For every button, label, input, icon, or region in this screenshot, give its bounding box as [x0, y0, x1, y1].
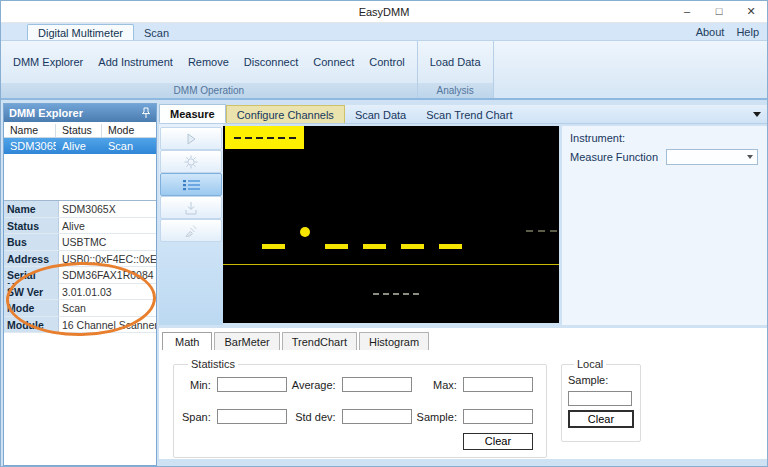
- display-divider: [223, 264, 559, 265]
- local-title: Local: [574, 358, 606, 370]
- channel-list-button[interactable]: [160, 173, 222, 196]
- span-input[interactable]: [217, 409, 287, 424]
- minimize-button[interactable]: –: [671, 1, 703, 22]
- local-sample-label: Sample:: [568, 374, 634, 386]
- local-inner: Sample: Clear: [568, 372, 634, 428]
- sample-input[interactable]: [463, 409, 533, 424]
- property-value: 3.01.01.03: [59, 284, 156, 300]
- property-row-bus: Bus USBTMC: [4, 234, 156, 251]
- span-field-row: Span:: [182, 409, 292, 424]
- tab-histogram[interactable]: Histogram: [359, 332, 429, 350]
- std-dev-input[interactable]: [342, 409, 412, 424]
- run-button[interactable]: [160, 127, 222, 150]
- unit-placeholder: [526, 230, 557, 232]
- control-button[interactable]: Control: [369, 56, 404, 68]
- statistics-group: Statistics Min: Average: Max:: [173, 358, 547, 458]
- ribbon-group-label-analysis: Analysis: [418, 83, 493, 98]
- title-bar: EasyDMM – □ ✕: [1, 1, 767, 23]
- remove-button[interactable]: Remove: [188, 56, 229, 68]
- measure-function-row: Measure Function: [570, 149, 767, 165]
- secondary-reading: [373, 293, 419, 295]
- sample-field-row: Sample:: [417, 409, 538, 424]
- instrument-label: Instrument:: [570, 132, 767, 144]
- local-group: Local Sample: Clear: [561, 358, 641, 442]
- analysis-panel: Math BarMeter TrendChart Histogram Stati…: [159, 328, 767, 459]
- property-row-serial-num: Serial Num SDM36FAX1R0084: [4, 267, 156, 284]
- ribbon-group-analysis: Load Data Analysis: [418, 41, 494, 98]
- column-name: Name: [4, 124, 56, 137]
- statistics-title: Statistics: [188, 358, 238, 370]
- average-label: Average:: [292, 379, 336, 391]
- local-sample-input[interactable]: [568, 391, 632, 406]
- tab-barmeter[interactable]: BarMeter: [214, 332, 279, 350]
- save-data-button[interactable]: [160, 196, 222, 219]
- tab-measure[interactable]: Measure: [159, 104, 226, 123]
- measure-function-select[interactable]: [666, 149, 758, 165]
- connect-button[interactable]: Connect: [313, 56, 354, 68]
- instrument-status: Alive: [56, 140, 102, 152]
- instrument-table-empty: [4, 154, 156, 200]
- property-value: USB0::0xF4EC::0xEE38:...: [59, 251, 156, 267]
- statistics-clear-row: Clear: [182, 433, 538, 450]
- measure-tool-strip: [159, 124, 223, 325]
- tab-overflow-button[interactable]: [753, 107, 767, 123]
- measure-view: Instrument: Measure Function: [159, 124, 767, 325]
- tab-trendchart[interactable]: TrendChart: [282, 332, 357, 350]
- tab-scan[interactable]: Scan: [134, 25, 179, 40]
- download-icon: [184, 201, 198, 215]
- add-instrument-button[interactable]: Add Instrument: [98, 56, 173, 68]
- ribbon-group-label-dmm-operation: DMM Operation: [1, 83, 417, 98]
- min-field-row: Min:: [182, 377, 292, 392]
- clear-display-button[interactable]: [160, 219, 222, 242]
- property-label: Name: [4, 201, 59, 217]
- maximize-button[interactable]: □: [703, 1, 735, 22]
- instrument-name: SDM3065X: [4, 140, 56, 152]
- chevron-down-icon: [747, 155, 753, 159]
- menubar-right: About Help: [696, 26, 767, 40]
- close-button[interactable]: ✕: [735, 1, 767, 22]
- average-field-row: Average:: [292, 377, 417, 392]
- instrument-row-sdm3065x[interactable]: SDM3065X Alive Scan: [4, 138, 156, 154]
- dmm-explorer-title: DMM Explorer: [9, 107, 83, 119]
- property-label: Status: [4, 218, 59, 234]
- instrument-mode: Scan: [102, 140, 156, 152]
- property-row-address: Address USB0::0xF4EC::0xEE38:...: [4, 251, 156, 268]
- menu-about[interactable]: About: [696, 26, 725, 38]
- dmm-explorer-panel: DMM Explorer Name Status Mode SDM3065X A…: [3, 103, 157, 466]
- property-label: Address: [4, 251, 59, 267]
- property-value: 16 Channel Scanner: [59, 317, 156, 333]
- tab-math[interactable]: Math: [162, 332, 212, 350]
- property-row-mode: Mode Scan: [4, 300, 156, 317]
- property-value: USBTMC: [59, 234, 156, 250]
- dmm-display: [223, 126, 559, 323]
- average-input[interactable]: [342, 377, 412, 392]
- ribbon-buttons: Load Data: [418, 41, 493, 83]
- load-data-button[interactable]: Load Data: [430, 56, 481, 68]
- pin-icon[interactable]: [141, 107, 151, 119]
- ribbon-group-dmm-operation: DMM Explorer Add Instrument Remove Disco…: [1, 41, 418, 98]
- min-input[interactable]: [217, 377, 287, 392]
- menu-help[interactable]: Help: [736, 26, 759, 38]
- tab-digital-multimeter[interactable]: Digital Multimeter: [27, 24, 134, 40]
- max-input[interactable]: [463, 377, 533, 392]
- main-tab-bar: Measure Configure Channels Scan Data Sca…: [159, 105, 767, 124]
- local-clear-button[interactable]: Clear: [568, 410, 634, 428]
- tab-scan-trend-chart[interactable]: Scan Trend Chart: [416, 106, 522, 123]
- column-mode: Mode: [102, 124, 156, 137]
- ribbon-tab-bar: Digital Multimeter Scan About Help: [1, 23, 767, 41]
- disconnect-button[interactable]: Disconnect: [244, 56, 298, 68]
- dmm-explorer-button[interactable]: DMM Explorer: [13, 56, 83, 68]
- statistics-grid: Min: Average: Max:: [182, 377, 538, 424]
- statistics-clear-button[interactable]: Clear: [463, 433, 533, 450]
- channel-badge: [225, 126, 304, 149]
- property-row-sw-ver: SW Ver 3.01.01.03: [4, 284, 156, 301]
- tab-configure-channels[interactable]: Configure Channels: [226, 105, 345, 123]
- property-value: Scan: [59, 300, 156, 316]
- main-area: Measure Configure Channels Scan Data Sca…: [159, 101, 767, 466]
- gear-icon: [184, 155, 198, 169]
- property-label: Mode: [4, 300, 59, 316]
- settings-button[interactable]: [160, 150, 222, 173]
- property-label: Module: [4, 317, 59, 333]
- max-label: Max:: [433, 379, 457, 391]
- tab-scan-data[interactable]: Scan Data: [345, 106, 416, 123]
